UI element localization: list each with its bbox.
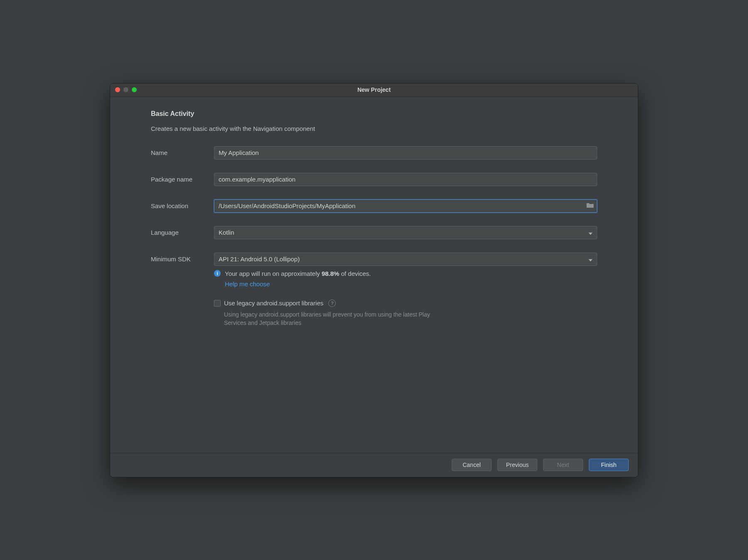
help-me-choose-link[interactable]: Help me choose (225, 280, 270, 287)
cancel-button[interactable]: Cancel (452, 459, 492, 471)
next-button: Next (543, 459, 583, 471)
info-icon: i (214, 270, 221, 277)
save-location-input[interactable] (214, 199, 597, 213)
legacy-support-label: Use legacy android.support libraries (224, 300, 323, 307)
name-label: Name (151, 149, 214, 156)
previous-button[interactable]: Previous (497, 459, 537, 471)
dialog-content: Basic Activity Creates a new basic activ… (110, 97, 638, 453)
minsdk-select[interactable]: API 21: Android 5.0 (Lollipop) (214, 253, 597, 266)
save-location-label: Save location (151, 202, 214, 209)
coverage-text: Your app will run on approximately 98.8%… (225, 270, 371, 277)
chevron-down-icon (588, 255, 593, 263)
dialog-footer: Cancel Previous Next Finish (110, 453, 638, 477)
name-input[interactable] (214, 146, 597, 160)
language-label: Language (151, 229, 214, 236)
window-title: New Project (110, 86, 638, 93)
titlebar: New Project (110, 84, 638, 97)
close-window-button[interactable] (115, 87, 120, 92)
legacy-support-checkbox[interactable] (214, 300, 221, 307)
language-select[interactable]: Kotlin (214, 226, 597, 239)
chevron-down-icon (588, 229, 593, 236)
page-description: Creates a new basic activity with the Na… (151, 125, 597, 132)
device-coverage-info: i Your app will run on approximately 98.… (214, 270, 597, 277)
minsdk-value: API 21: Android 5.0 (Lollipop) (219, 255, 300, 263)
minimize-window-button[interactable] (123, 87, 128, 92)
window-controls (115, 87, 137, 92)
package-label: Package name (151, 176, 214, 183)
package-name-input[interactable] (214, 173, 597, 186)
new-project-dialog: New Project Basic Activity Creates a new… (110, 83, 638, 477)
maximize-window-button[interactable] (132, 87, 137, 92)
help-icon[interactable]: ? (328, 300, 336, 307)
minsdk-label: Minimum SDK (151, 255, 214, 263)
legacy-support-hint: Using legacy android.support libraries w… (224, 310, 440, 327)
finish-button[interactable]: Finish (589, 459, 629, 471)
language-value: Kotlin (219, 229, 234, 236)
page-heading: Basic Activity (151, 110, 597, 118)
coverage-percent: 98.8% (322, 270, 340, 277)
